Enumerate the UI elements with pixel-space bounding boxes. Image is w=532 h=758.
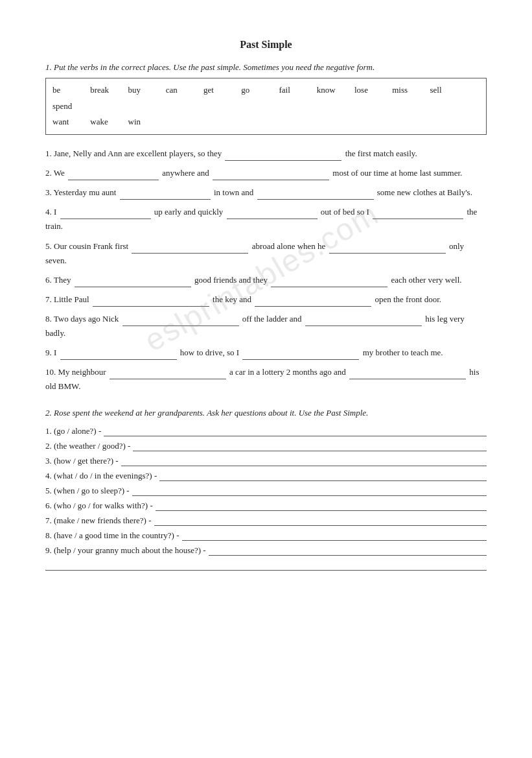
blank [373,219,463,219]
qa-line-8 [182,530,487,541]
sentence-10: 10. My neighbour a car in a lottery 2 mo… [45,365,487,394]
blank [120,199,211,200]
blank [213,180,329,180]
blank [122,326,239,326]
blank [93,306,209,307]
qa-item-3: 3. (how / get there?) - [45,456,487,466]
qa-line-6 [156,501,487,511]
sentence-1: 1. Jane, Nelly and Ann are excellent pla… [45,147,487,161]
section1-instruction: 1. Put the verbs in the correct places. … [45,62,487,73]
qa-line-3 [121,456,487,466]
qa-item-5: 5. (when / go to sleep?) - [45,486,487,496]
qa-list: 1. (go / alone?) - 2. (the weather / goo… [45,426,487,556]
word-row-1: be break buy can get go fail know lose m… [52,82,480,114]
word-box: be break buy can get go fail know lose m… [45,78,487,135]
blank [132,253,248,254]
sentence-6: 6. They good friends and they each other… [45,273,487,287]
qa-line-5 [132,486,487,496]
blank [257,199,374,200]
blank [110,379,226,379]
blank [271,287,387,287]
sentence-5: 5. Our cousin Frank first abroad alone w… [45,239,487,268]
blank [349,379,466,379]
sentence-2: 2. We anywhere and most of our time at h… [45,166,487,180]
blank [227,219,318,219]
sentence-4: 4. I up early and quickly out of bed so … [45,205,487,233]
blank [255,306,371,307]
blank [225,160,341,161]
sentence-8: 8. Two days ago Nick off the ladder and … [45,312,487,340]
blank [242,359,359,360]
sentence-7: 7. Little Paul the key and open the fron… [45,292,487,307]
blank [75,287,191,287]
section2-instruction: 2. Rose spent the weekend at her grandpa… [45,408,487,418]
qa-item-7: 7. (make / new friends there?) - [45,515,487,526]
qa-item-1: 1. (go / alone?) - [45,426,487,436]
qa-line-2 [133,441,487,451]
blank [305,326,422,326]
qa-item-6: 6. (who / go / for walks with?) - [45,501,487,511]
qa-item-2: 2. (the weather / good?) - [45,441,487,451]
section2: 2. Rose spent the weekend at her grandpa… [45,408,487,556]
qa-item-9: 9. (help / your granny much about the ho… [45,545,487,556]
bottom-divider [45,570,487,571]
blank [329,253,446,254]
sentences-section: 1. Jane, Nelly and Ann are excellent pla… [45,147,487,394]
sentence-3: 3. Yesterday mu aunt in town and some ne… [45,185,487,200]
page-title: Past Simple [45,39,487,51]
blank [60,359,177,360]
qa-line-4 [159,471,487,481]
word-row-2: want wake win [52,114,480,130]
qa-line-1 [104,426,487,436]
qa-item-4: 4. (what / do / in the evenings?) - [45,471,487,481]
qa-item-8: 8. (have / a good time in the country?) … [45,530,487,541]
blank [68,180,159,180]
qa-line-7 [154,515,487,526]
qa-line-9 [209,545,487,556]
sentence-9: 9. I how to drive, so I my brother to te… [45,346,487,360]
blank [60,219,151,219]
